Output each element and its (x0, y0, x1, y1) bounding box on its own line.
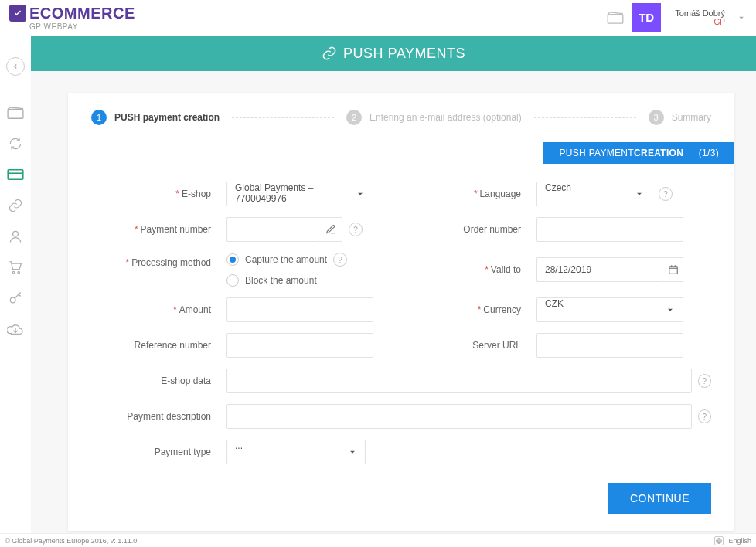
step-separator (534, 117, 636, 118)
page-banner: PUSH PAYMENTS (31, 36, 756, 71)
svg-point-7 (10, 297, 15, 303)
calendar-button[interactable] (663, 257, 683, 282)
progress-fraction: (1/3) (699, 148, 719, 158)
stepper: 1 PUSH payment creation 2 Entering an e-… (68, 110, 734, 138)
label-amount: Amount (179, 304, 211, 315)
label-payment-type: Payment type (155, 447, 211, 457)
reference-number-input[interactable] (226, 333, 373, 358)
push-payment-form: *E-shop Global Payments – 7700049976 *La… (68, 151, 734, 464)
valid-to-input[interactable] (536, 257, 663, 282)
main-region: PUSH PAYMENTS 1 PUSH payment creation 2 … (31, 36, 756, 533)
step-number: 3 (649, 110, 664, 125)
step-number: 1 (91, 110, 107, 125)
label-currency: Currency (483, 304, 521, 315)
help-icon[interactable]: ? (349, 223, 363, 236)
brand-subtitle: GP WEBPAY (29, 22, 135, 31)
footer-language[interactable]: English (728, 537, 751, 545)
help-icon[interactable]: ? (333, 253, 347, 267)
label-eshop-data: E-shop data (161, 375, 211, 386)
sidebar-cloud-icon[interactable] (6, 320, 25, 338)
sidebar-refresh-icon[interactable] (6, 134, 25, 153)
radio-block[interactable]: Block the amount (226, 274, 347, 287)
step-label: Summary (672, 112, 711, 123)
radio-label: Capture the amount (245, 254, 327, 265)
avatar[interactable]: TD (632, 3, 661, 32)
payment-type-select[interactable]: ... (226, 440, 366, 464)
continue-button[interactable]: CONTINUE (608, 483, 711, 514)
svg-point-4 (13, 231, 19, 236)
sidebar-wallet-icon[interactable] (6, 104, 25, 122)
user-menu[interactable]: Tomáš Dobrý GP (675, 8, 725, 26)
amount-input[interactable] (226, 297, 373, 322)
user-company: GP (714, 18, 725, 26)
payment-description-input[interactable] (226, 404, 692, 429)
link-icon (322, 46, 337, 61)
app-header: ECOMMERCE GP WEBPAY TD Tomáš Dobrý GP (0, 0, 756, 36)
sidebar-user-icon[interactable] (6, 227, 25, 246)
radio-capture[interactable]: Capture the amount ? (226, 253, 347, 267)
generate-number-button[interactable] (319, 217, 342, 242)
step-label: PUSH payment creation (114, 112, 220, 123)
chevron-down-icon[interactable] (736, 12, 747, 23)
sidebar-card-icon[interactable] (6, 165, 25, 184)
label-payment-number: Payment number (141, 224, 211, 235)
svg-point-6 (18, 271, 20, 274)
radio-label: Block the amount (245, 275, 317, 286)
footer-copyright: © Global Payments Europe 2016, v: 1.11.0 (5, 537, 137, 545)
eshop-data-input[interactable] (226, 369, 692, 393)
svg-rect-1 (8, 110, 23, 119)
currency-select[interactable]: CZK (536, 297, 683, 322)
sidebar-cart-icon[interactable] (6, 258, 25, 277)
processing-method-radio-group: Capture the amount ? Block the amount (226, 253, 347, 287)
progress-bold: CREATION (634, 148, 683, 158)
step-1[interactable]: 1 PUSH payment creation (91, 110, 220, 125)
wallet-icon[interactable] (607, 12, 624, 24)
label-valid-to: Valid to (491, 264, 521, 275)
server-url-input[interactable] (536, 333, 683, 358)
sidebar (0, 36, 31, 533)
svg-rect-2 (8, 170, 23, 179)
help-icon[interactable]: ? (698, 374, 711, 388)
svg-rect-8 (669, 267, 677, 274)
globe-icon[interactable] (714, 536, 724, 545)
label-language: Language (480, 189, 521, 199)
step-2[interactable]: 2 Entering an e-mail address (optional) (346, 110, 522, 125)
sidebar-key-icon[interactable] (6, 289, 25, 307)
label-processing-method: Processing method (131, 257, 211, 268)
svg-rect-0 (608, 14, 623, 23)
progress-pre: PUSH PAYMENT (559, 148, 634, 158)
page-title: PUSH PAYMENTS (343, 46, 465, 62)
step-3[interactable]: 3 Summary (649, 110, 711, 125)
help-icon[interactable]: ? (698, 409, 711, 423)
user-name: Tomáš Dobrý (675, 8, 725, 18)
label-server-url: Server URL (472, 340, 521, 351)
label-order-number: Order number (463, 224, 521, 235)
step-number: 2 (346, 110, 362, 125)
footer: © Global Payments Europe 2016, v: 1.11.0… (0, 533, 756, 547)
step-label: Entering an e-mail address (optional) (369, 112, 522, 123)
step-separator (232, 117, 334, 118)
label-reference-number: Reference number (135, 340, 211, 351)
eshop-select[interactable]: Global Payments – 7700049976 (226, 182, 373, 206)
brand-logo-icon (9, 5, 26, 22)
radio-icon (226, 274, 239, 287)
brand-block: ECOMMERCE GP WEBPAY (9, 5, 135, 31)
payment-number-input[interactable] (226, 217, 319, 242)
svg-point-5 (12, 271, 15, 274)
label-eshop: E-shop (182, 189, 211, 199)
label-payment-description: Payment description (127, 411, 211, 422)
order-number-input[interactable] (536, 217, 683, 242)
sidebar-toggle[interactable] (6, 57, 25, 76)
language-select[interactable]: Czech (536, 182, 652, 206)
sidebar-link-icon[interactable] (6, 196, 25, 215)
brand-title: ECOMMERCE (29, 5, 135, 22)
radio-icon (226, 253, 239, 266)
form-card: 1 PUSH payment creation 2 Entering an e-… (68, 93, 734, 531)
progress-tab: PUSH PAYMENTCREATION (1/3) (543, 142, 734, 164)
help-icon[interactable]: ? (659, 187, 673, 201)
